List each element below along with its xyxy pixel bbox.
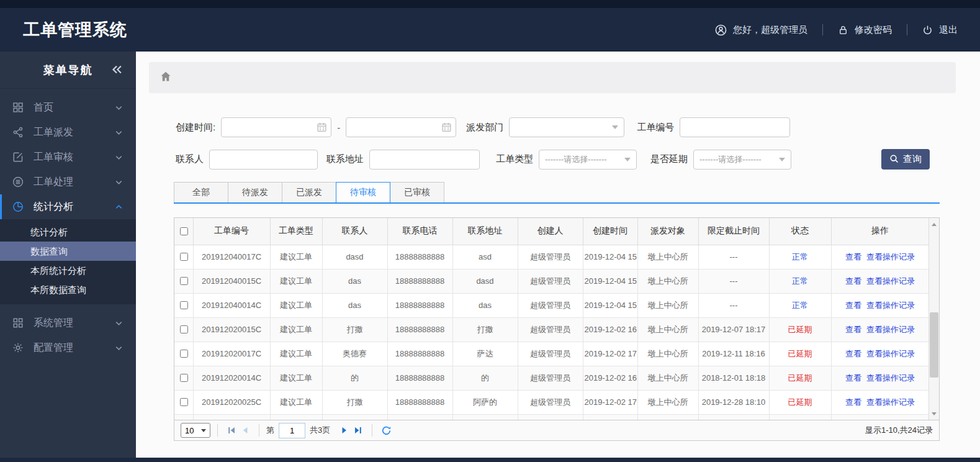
- scrollbar-thumb[interactable]: [930, 312, 938, 378]
- row-checkbox[interactable]: [180, 398, 188, 406]
- row-checkbox-cell: [174, 317, 193, 342]
- view-log-link[interactable]: 查看操作记录: [866, 301, 915, 310]
- dispatch-dept-select[interactable]: [509, 117, 624, 137]
- pie-icon: [12, 201, 25, 212]
- view-link[interactable]: 查看: [845, 301, 861, 310]
- row-checkbox-cell: [174, 245, 193, 269]
- view-link[interactable]: 查看: [845, 373, 861, 383]
- create-time-end-input[interactable]: [346, 117, 456, 137]
- last-page-button[interactable]: [351, 424, 365, 437]
- view-link[interactable]: 查看: [845, 276, 861, 286]
- page-number-input[interactable]: [279, 423, 305, 438]
- view-log-link[interactable]: 查看操作记录: [866, 276, 915, 286]
- status-badge: 已延期: [769, 317, 831, 342]
- sidebar-item-system[interactable]: 系统管理: [0, 310, 136, 335]
- address-label: 联系地址: [326, 153, 364, 165]
- view-link[interactable]: 查看: [845, 325, 861, 334]
- orders-table: 工单编号工单类型联系人联系电话联系地址创建人创建时间派发对象限定截止时间状态操作…: [174, 218, 930, 420]
- delay-label: 是否延期: [650, 153, 688, 165]
- row-checkbox[interactable]: [180, 350, 188, 358]
- order-type-select[interactable]: -------请选择-------: [539, 150, 637, 170]
- view-link[interactable]: 查看: [845, 252, 861, 261]
- calendar-icon[interactable]: [317, 122, 327, 134]
- actions-cell: 查看查看操作记录: [831, 390, 929, 414]
- tab-3[interactable]: 待审核: [336, 182, 390, 202]
- logout-button[interactable]: 退出: [922, 24, 958, 36]
- chevron-down-icon: [114, 128, 124, 137]
- cell-type: 建议工单: [270, 293, 322, 317]
- tab-2[interactable]: 已派发: [282, 182, 336, 202]
- chevron-down-icon: [114, 103, 124, 112]
- sidebar-menu: 首页工单派发工单审核工单处理统计分析统计分析数据查询本所统计分析本所数据查询系统…: [0, 89, 136, 360]
- topbar: 工单管理系统 您好，超级管理员 修改密码 退出: [0, 8, 980, 52]
- view-log-link[interactable]: 查看操作记录: [866, 252, 915, 261]
- tab-1[interactable]: 待派发: [228, 182, 282, 202]
- next-page-button[interactable]: [338, 424, 351, 437]
- filter-row-1: 创建时间: - 派发部门 工单编号: [176, 117, 940, 137]
- dispatch-dept-label: 派发部门: [466, 122, 503, 134]
- user-greeting[interactable]: 您好，超级管理员: [715, 24, 807, 36]
- first-page-button[interactable]: [225, 424, 238, 437]
- prev-page-button[interactable]: [238, 424, 252, 437]
- cell-deadline: 2018-12-01 18:18: [698, 366, 769, 390]
- view-link[interactable]: 查看: [845, 397, 861, 407]
- table-row: 201912040017C建议工单dasd18888888888asd超级管理员…: [174, 245, 929, 269]
- row-checkbox-cell: [174, 269, 193, 293]
- home-icon[interactable]: [160, 70, 172, 85]
- sidebar-item-home[interactable]: 首页: [0, 95, 136, 120]
- sidebar-subitem[interactable]: 本所数据查询: [0, 280, 136, 299]
- page-size-select[interactable]: 10: [181, 423, 210, 438]
- order-no-input[interactable]: [680, 117, 790, 137]
- view-log-link[interactable]: 查看操作记录: [866, 373, 915, 383]
- row-checkbox[interactable]: [180, 301, 188, 309]
- scroll-up-icon[interactable]: [929, 219, 939, 229]
- collapse-sidebar-icon[interactable]: [110, 63, 124, 79]
- sidebar-item-label: 首页: [34, 101, 53, 114]
- sidebar-item-process[interactable]: 工单处理: [0, 170, 136, 194]
- address-input[interactable]: [369, 150, 480, 170]
- row-checkbox[interactable]: [180, 325, 188, 333]
- breadcrumb: [149, 62, 956, 93]
- view-log-link[interactable]: 查看操作记录: [866, 325, 915, 334]
- contact-input[interactable]: [209, 150, 318, 170]
- sidebar-subitem[interactable]: 本所统计分析: [0, 261, 136, 280]
- orders-table-frame: 工单编号工单类型联系人联系电话联系地址创建人创建时间派发对象限定截止时间状态操作…: [174, 217, 940, 420]
- create-time-start-input[interactable]: [221, 117, 331, 137]
- sidebar-item-review[interactable]: 工单审核: [0, 145, 136, 170]
- status-badge: 已延期: [769, 390, 831, 414]
- table-scrollbar[interactable]: [928, 218, 939, 420]
- change-password-button[interactable]: 修改密码: [838, 24, 892, 36]
- select-all-header: [174, 218, 193, 245]
- row-checkbox[interactable]: [180, 277, 188, 285]
- table-row: 201912040015C建议工单das18888888888dasd超级管理员…: [174, 269, 929, 293]
- delay-select[interactable]: -------请选择-------: [693, 150, 791, 170]
- row-checkbox[interactable]: [180, 374, 188, 382]
- scroll-down-icon[interactable]: [929, 409, 939, 419]
- refresh-icon[interactable]: [379, 424, 393, 437]
- sidebar-item-config[interactable]: 配置管理: [0, 335, 136, 360]
- range-separator: -: [337, 122, 340, 133]
- calendar-icon[interactable]: [441, 122, 452, 134]
- cell-creator: 超级管理员: [518, 390, 583, 414]
- edit-icon: [12, 152, 25, 163]
- view-link[interactable]: 查看: [845, 349, 861, 358]
- select-all-checkbox[interactable]: [180, 227, 188, 235]
- grid-icon: [12, 102, 25, 113]
- cell-address: asd: [452, 245, 518, 269]
- view-log-link[interactable]: 查看操作记录: [866, 397, 915, 407]
- cell-deadline: 2019-12-07 18:17: [698, 317, 769, 342]
- tab-4[interactable]: 已审核: [390, 182, 444, 202]
- cell-creator: 超级管理员: [518, 245, 583, 269]
- sidebar-item-stats[interactable]: 统计分析: [0, 194, 136, 219]
- row-checkbox[interactable]: [180, 253, 188, 261]
- sidebar-subitem[interactable]: 统计分析: [0, 222, 136, 242]
- status-tabs: 全部待派发已派发待审核已审核: [174, 182, 940, 204]
- sidebar-item-dispatch[interactable]: 工单派发: [0, 120, 136, 145]
- column-header: 联系人: [322, 218, 387, 245]
- sidebar-subitem[interactable]: 数据查询: [0, 242, 136, 261]
- view-log-link[interactable]: 查看操作记录: [866, 349, 915, 358]
- tab-0[interactable]: 全部: [174, 182, 228, 202]
- cell-empty: [698, 414, 769, 420]
- cell-created: 2019-12-02 16: [583, 317, 637, 342]
- search-button[interactable]: 查询: [881, 149, 930, 170]
